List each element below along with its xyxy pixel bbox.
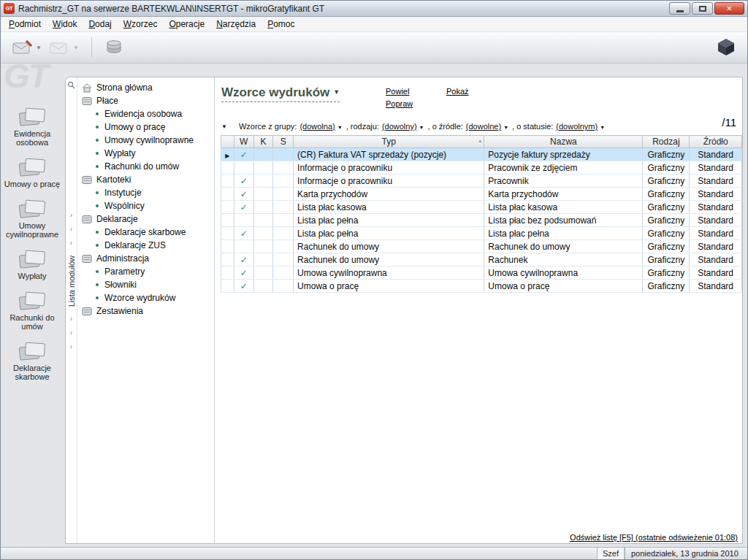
- module-umowy-cywilnoprawne[interactable]: Umowy cywilnoprawne: [1, 198, 63, 239]
- column-header-indicator: [221, 136, 234, 148]
- column-header-rodzaj[interactable]: Rodzaj: [643, 136, 690, 148]
- table-row[interactable]: ✓Umowa cywilnoprawnaUmowa cywilnoprawnaG…: [221, 266, 742, 280]
- archive-button[interactable]: [101, 35, 127, 60]
- close-button[interactable]: ✕: [714, 2, 744, 15]
- cell-rodzaj: Graficzny: [643, 240, 690, 253]
- filter-dropdown-icon[interactable]: ▼: [221, 123, 227, 130]
- page-title[interactable]: Wzorce wydruków▼: [221, 85, 340, 102]
- cell-zrodlo: Standard: [690, 214, 742, 227]
- column-header-w[interactable]: W: [234, 136, 253, 148]
- cell-rodzaj: Graficzny: [643, 214, 690, 227]
- pin-icon[interactable]: [67, 81, 75, 89]
- tree-item-place[interactable]: Płace: [77, 94, 214, 107]
- tree-item-slowniki[interactable]: Słowniki: [77, 278, 214, 291]
- tree-label: Strona główna: [96, 83, 153, 93]
- tree-item-rachunki-do-umow[interactable]: Rachunki do umów: [77, 160, 214, 173]
- statusbar-user: Szef: [597, 548, 625, 559]
- cell-w: ✓: [234, 227, 253, 240]
- filter-value-dowolna[interactable]: (dowolna): [299, 122, 335, 131]
- module-rachunki-do-umow[interactable]: Rachunki do umów: [1, 290, 63, 331]
- tree-item-kartoteki[interactable]: Kartoteki: [77, 173, 214, 186]
- module-ewidencja-osobowa[interactable]: Ewidencja osobowa: [1, 106, 63, 147]
- tree-label: Parametry: [104, 266, 145, 277]
- filter-bar: ▼ Wzorce z grupy:(dowolna)▼, rodzaju:(do…: [221, 120, 698, 132]
- check-icon: ✓: [240, 281, 248, 291]
- table-row[interactable]: ✓Umowa o pracęUmowa o pracęGraficznyStan…: [221, 280, 742, 293]
- cell-indicator: [221, 214, 234, 227]
- dropdown-caret-icon[interactable]: ▼: [337, 125, 343, 130]
- column-header-zrodlo[interactable]: Źródło: [690, 136, 742, 148]
- table-row[interactable]: ✓Lista płac pełnaLista płac pełnaGraficz…: [221, 227, 742, 240]
- check-icon: ✓: [240, 176, 248, 186]
- filter-value-dowolny[interactable]: (dowolny): [382, 122, 417, 131]
- check-icon: ✓: [240, 150, 248, 160]
- table-row[interactable]: ✓Lista płac kasowaLista płac kasowaGrafi…: [221, 201, 742, 214]
- cell-indicator: ▶: [221, 148, 234, 161]
- tree-item-wspolnicy[interactable]: Wspólnicy: [77, 199, 214, 212]
- table-row[interactable]: ✓Rachunek do umowyRachunekGraficznyStand…: [221, 253, 742, 266]
- filter-value-dowolne[interactable]: (dowolne): [466, 122, 501, 131]
- module-wyplaty[interactable]: Wypłaty: [1, 248, 63, 280]
- menu-widok[interactable]: Widok: [47, 18, 83, 31]
- filter-value-dowolnym[interactable]: (dowolnym): [556, 122, 598, 131]
- tree-item-wyplaty[interactable]: Wypłaty: [77, 147, 214, 160]
- module-panel-label: Lista modułów: [67, 256, 76, 307]
- column-header-nazwa[interactable]: Nazwa: [484, 136, 643, 148]
- tree-item-zestawienia[interactable]: Zestawienia: [77, 304, 214, 318]
- cell-rodzaj: Graficzny: [643, 253, 690, 266]
- tools-icon: [82, 254, 92, 264]
- chevron-down-icon: ▼: [73, 45, 79, 51]
- module-deklaracje-skarbowe[interactable]: Deklaracje skarbowe: [1, 340, 63, 381]
- check-icon: ✓: [240, 189, 248, 199]
- tree-item-deklaracje-zus[interactable]: Deklaracje ZUS: [77, 239, 214, 252]
- refresh-link[interactable]: Odśwież listę [F5] (ostatnie odświeżenie…: [570, 533, 738, 542]
- table-row[interactable]: ▶✓(CR) Faktura VAT sprzedaży (pozycje)Po…: [221, 148, 742, 161]
- tree-item-administracja[interactable]: Administracja: [77, 252, 214, 265]
- module-umowy-o-prace[interactable]: Umowy o pracę: [1, 156, 63, 188]
- module-panel-strip[interactable]: ››› Lista modułów ›››: [66, 77, 77, 543]
- titlebar: GT Rachmistrz_GT na serwerze BARTEKWLAN\…: [1, 1, 747, 17]
- tree-item-deklaracje[interactable]: Deklaracje: [77, 212, 214, 226]
- send-alt-button[interactable]: ▼: [45, 35, 83, 60]
- column-header-typ[interactable]: Typ▴: [294, 136, 484, 148]
- cell-indicator: [221, 280, 234, 293]
- pokaz-link[interactable]: Pokaż: [446, 87, 469, 96]
- table-row[interactable]: Lista płac pełnaLista płac bez podsumowa…: [221, 214, 742, 227]
- cell-rodzaj: Graficzny: [643, 280, 690, 293]
- tree-item-deklaracje-skarbowe[interactable]: Deklaracje skarbowe: [77, 226, 214, 239]
- menu-dodaj[interactable]: Dodaj: [83, 18, 117, 31]
- dropdown-caret-icon[interactable]: ▼: [419, 125, 424, 130]
- bullet-icon: [96, 139, 99, 142]
- menu-wzorzec[interactable]: Wzorzec: [118, 18, 164, 31]
- table-row[interactable]: Rachunek do umowyRachunek do umowyGrafic…: [221, 240, 742, 253]
- tree-item-instytucje[interactable]: Instytucje: [77, 186, 214, 199]
- cell-s: [273, 161, 294, 174]
- menu-operacje[interactable]: Operacje: [163, 18, 210, 31]
- tree-item-ewidencja-osobowa[interactable]: Ewidencja osobowa: [77, 107, 214, 120]
- cell-rodzaj: Graficzny: [643, 174, 690, 188]
- tree-item-umowy-o-prace[interactable]: Umowy o pracę: [77, 120, 214, 134]
- menu-pomoc[interactable]: Pomoc: [262, 18, 300, 31]
- insert-cube-icon[interactable]: [717, 37, 736, 58]
- bullet-icon: [96, 126, 99, 129]
- column-header-k[interactable]: K: [253, 136, 273, 148]
- dropdown-caret-icon[interactable]: ▼: [503, 125, 508, 130]
- cell-typ: (CR) Faktura VAT sprzedaży (pozycje): [294, 148, 484, 161]
- dropdown-caret-icon[interactable]: ▼: [600, 125, 605, 130]
- table-row[interactable]: Informacje o pracownikuPracownik ze zdję…: [221, 161, 742, 174]
- powiel-link[interactable]: Powiel: [386, 87, 409, 96]
- table-row[interactable]: ✓Informacje o pracownikuPracownikGraficz…: [221, 174, 742, 188]
- tree-item-umowy-cywilnoprawne[interactable]: Umowy cywilnoprawne: [77, 134, 214, 147]
- expand-chevrons-icon: ›››: [70, 212, 72, 247]
- tree-item-parametry[interactable]: Parametry: [77, 265, 214, 278]
- column-header-s[interactable]: S: [273, 136, 294, 148]
- maximize-button[interactable]: [692, 2, 713, 15]
- minimize-button[interactable]: [669, 2, 690, 15]
- menu-narzedzia[interactable]: Narzędzia: [210, 18, 262, 31]
- tree-item-strona-glowna[interactable]: Strona główna: [77, 81, 214, 94]
- table-row[interactable]: ✓Karta przychodówKarta przychodówGraficz…: [221, 188, 742, 201]
- popraw-link[interactable]: Popraw: [386, 99, 413, 108]
- tree-item-wzorce-wydrukow[interactable]: Wzorce wydruków: [77, 291, 214, 304]
- cell-k: [253, 188, 273, 201]
- menu-podmiot[interactable]: Podmiot: [3, 18, 47, 31]
